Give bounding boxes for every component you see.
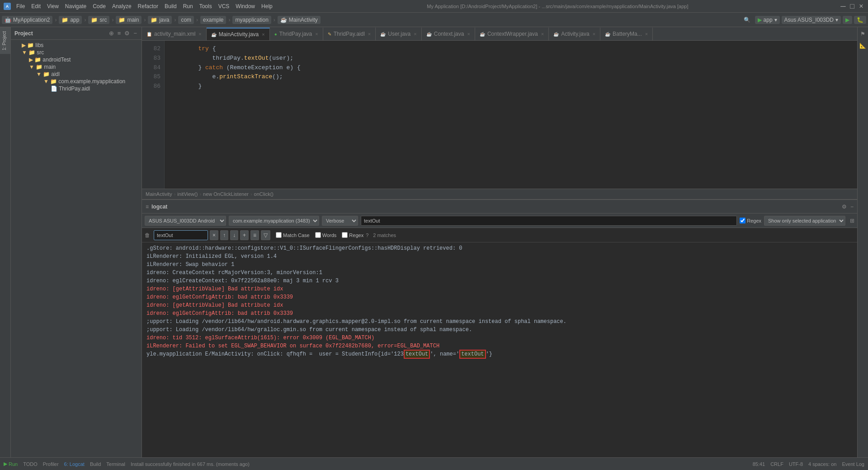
menu-tools[interactable]: Tools (197, 2, 215, 10)
tab-close-thridpay-aidl[interactable]: × (368, 31, 371, 37)
tab-context-java[interactable]: ☕ Context.java × (422, 28, 475, 40)
minimize-button[interactable]: ─ (840, 3, 846, 9)
menu-window[interactable]: Window (233, 2, 258, 10)
event-log-btn[interactable]: Event Log (842, 461, 864, 467)
right-sidebar-icon-1[interactable]: ⚑ (859, 29, 867, 39)
tab-close-contextwrapper[interactable]: × (541, 31, 544, 37)
tree-item-thridpay-aidl[interactable]: 📄 ThridPay.aidl (11, 85, 142, 92)
tree-item-androidtest[interactable]: ▶ 📁 androidTest (11, 56, 142, 63)
tab-close-context[interactable]: × (467, 31, 470, 37)
find-options-btn1[interactable]: + (240, 230, 249, 240)
bc-initview[interactable]: initView() (177, 191, 198, 197)
run-config-dropdown[interactable]: ▶ app ▾ (755, 16, 780, 24)
tree-item-main[interactable]: ▼ 📁 main (11, 63, 142, 71)
bc-mainactivity[interactable]: MainActivity (146, 191, 172, 197)
run-status-btn[interactable]: ▶ Run (4, 461, 18, 467)
menu-refactor[interactable]: Refactor (135, 2, 161, 10)
menu-vcs[interactable]: VCS (216, 2, 232, 10)
right-sidebar-icon-2[interactable]: 📐 (858, 41, 868, 51)
device-dropdown[interactable]: Asus ASUS_I003DD ▾ (782, 16, 841, 24)
regex-checkbox[interactable] (740, 218, 745, 223)
tab-contextwrapper-java[interactable]: ☕ ContextWrapper.java × (475, 28, 549, 40)
find-next-btn[interactable]: ↓ (230, 230, 238, 240)
menu-edit[interactable]: Edit (28, 2, 43, 10)
tab-thridpay-aidl[interactable]: ✎ ThridPay.aidl × (323, 28, 376, 40)
indent-status[interactable]: 4 spaces: on (808, 461, 836, 467)
regex-checkbox-label[interactable]: Regex (740, 218, 761, 223)
tab-mainactivity-java[interactable]: ☕ MainActivity.java × (207, 28, 270, 40)
menu-navigate[interactable]: Navigate (62, 2, 89, 10)
find-clear-btn[interactable]: × (210, 230, 218, 240)
tab-thridpay-java[interactable]: ● ThridPay.java × (270, 28, 323, 40)
tab-close-user[interactable]: × (414, 31, 416, 37)
run-button-top[interactable]: ▶ (843, 16, 852, 24)
logcat-btn[interactable]: 6: Logcat (64, 461, 85, 467)
build-btn[interactable]: Build (90, 461, 101, 467)
project-settings[interactable]: ⚙ (123, 29, 131, 38)
nav-example[interactable]: example (200, 16, 226, 24)
tab-activity-java[interactable]: ☕ Activity.java × (549, 28, 600, 40)
tab-user-java[interactable]: ☕ User.java × (376, 28, 421, 40)
nav-java[interactable]: 📁 java (148, 16, 172, 24)
menu-code[interactable]: Code (90, 2, 108, 10)
nav-app-name[interactable]: 🤖 MyApplication2 (2, 16, 52, 24)
find-prev-btn[interactable]: ↑ (220, 230, 228, 240)
logcat-search-input[interactable] (361, 216, 737, 226)
nav-myapplication[interactable]: myapplication (232, 16, 271, 24)
menu-file[interactable]: File (14, 2, 28, 10)
line-separator[interactable]: CRLF (770, 461, 783, 467)
nav-app[interactable]: 📁 app (59, 16, 82, 24)
project-tab[interactable]: 1: Project (0, 27, 10, 54)
tab-close-mainactivity[interactable]: × (262, 32, 264, 37)
bc-onclick[interactable]: onClick() (254, 191, 274, 197)
cursor-position[interactable]: 85:41 (753, 461, 765, 467)
find-regex-checkbox[interactable] (342, 232, 348, 238)
find-filter-btn[interactable]: ▽ (261, 230, 270, 240)
menu-analyze[interactable]: Analyze (109, 2, 134, 10)
package-select[interactable]: com.example.myapplication (3483) (229, 216, 319, 226)
menu-view[interactable]: View (44, 2, 61, 10)
match-case-checkbox[interactable] (276, 232, 282, 238)
close-button[interactable]: × (858, 3, 864, 9)
nav-com[interactable]: com (178, 16, 194, 24)
logcat-content[interactable]: .gStore: android::hardware::configstore:… (142, 242, 857, 457)
bc-onclicklistener[interactable]: new OnClickListener (203, 191, 249, 197)
menu-build[interactable]: Build (162, 2, 179, 10)
find-regex-label[interactable]: Regex ? (342, 232, 368, 238)
find-input[interactable] (154, 230, 208, 240)
maximize-button[interactable]: □ (849, 3, 855, 9)
match-case-label[interactable]: Match Case (276, 232, 310, 238)
clear-logcat-btn[interactable]: 🗑 (145, 232, 150, 238)
tree-item-libs[interactable]: ▶ 📁 libs (11, 42, 142, 49)
project-expand-all[interactable]: ≡ (117, 29, 122, 38)
words-checkbox[interactable] (315, 232, 321, 238)
tab-activity-main-xml[interactable]: 📋 activity_main.xml × (142, 28, 207, 40)
tree-item-com-example[interactable]: ▼ 📁 com.example.myapplication (11, 78, 142, 85)
code-content[interactable]: try { thridPay.textOut(user); } catch (R… (165, 41, 857, 189)
project-collapse[interactable]: − (132, 29, 138, 38)
encoding-status[interactable]: UTF-8 (789, 461, 803, 467)
tab-close-xml[interactable]: × (198, 31, 201, 37)
profiler-btn[interactable]: Profiler (43, 461, 59, 467)
todo-btn[interactable]: TODO (23, 461, 38, 467)
search-everywhere-btn[interactable]: 🔍 (741, 16, 753, 24)
logcat-toolbar-expand[interactable]: ⊞ (850, 218, 854, 224)
tab-close-activity[interactable]: × (593, 31, 595, 37)
logcat-collapse-icon[interactable]: − (850, 204, 854, 210)
show-only-select[interactable]: Show only selected application (764, 216, 845, 226)
nav-mainactivity[interactable]: ☕ MainActivity (278, 16, 321, 24)
debug-button[interactable]: 🐛 (854, 16, 866, 24)
device-select[interactable]: ASUS ASUS_I003DD Android 9, / (145, 216, 226, 226)
terminal-btn[interactable]: Terminal (106, 461, 125, 467)
tree-item-aidl[interactable]: ▼ 📁 aidl (11, 71, 142, 78)
words-label[interactable]: Words (315, 232, 337, 238)
level-select[interactable]: Verbose (322, 216, 358, 226)
logcat-settings-icon[interactable]: ⚙ (842, 204, 847, 210)
tab-battery-java[interactable]: ☕ BatteryMa... × (600, 28, 653, 40)
find-options-btn2[interactable]: ≡ (250, 230, 259, 240)
tree-item-src[interactable]: ▼ 📁 src (11, 49, 142, 56)
tab-close-thridpay-java[interactable]: × (315, 31, 318, 37)
tab-close-battery[interactable]: × (645, 31, 648, 37)
project-scroll-to-source[interactable]: ⊕ (108, 29, 115, 38)
nav-src[interactable]: 📁 src (88, 16, 109, 24)
